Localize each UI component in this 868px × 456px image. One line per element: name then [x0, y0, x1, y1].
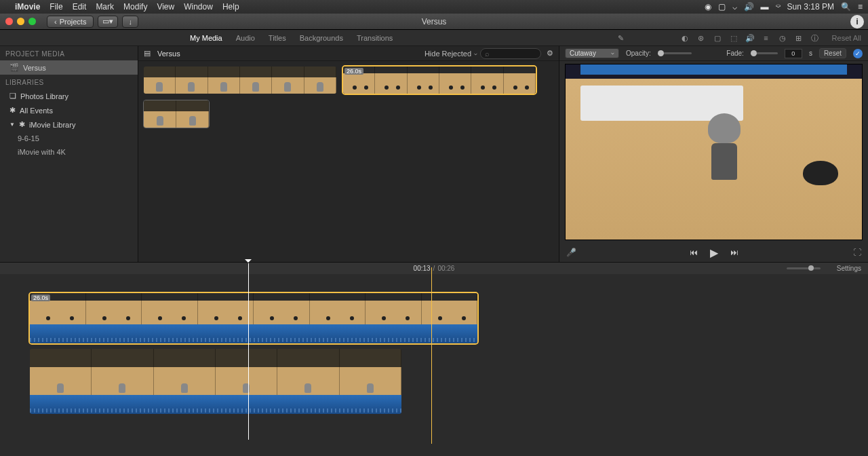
tab-transitions[interactable]: Transitions — [357, 34, 393, 42]
timeline-clip-1[interactable]: 26.0s — [30, 293, 477, 343]
playhead-marker[interactable] — [248, 263, 249, 440]
info-icon[interactable]: ⓘ — [810, 33, 820, 43]
color-correction-icon[interactable]: ⊛ — [696, 34, 706, 43]
libraries-header: LIBRARIES — [0, 75, 138, 89]
overlay-adjust-bar: Cutaway⌵ Opacity: Fade: 0 s Reset ✓ — [559, 46, 868, 61]
sidebar-all-events[interactable]: ✱All Events — [0, 103, 138, 117]
menu-edit[interactable]: Edit — [73, 2, 87, 12]
play-button[interactable]: ▶ — [710, 246, 718, 259]
airplay-icon[interactable]: ▢ — [718, 2, 726, 12]
opacity-label: Opacity: — [626, 50, 651, 57]
tab-backgrounds[interactable]: Backgrounds — [300, 34, 343, 42]
menu-help[interactable]: Help — [222, 2, 239, 12]
fade-label: Fade: — [726, 50, 744, 57]
fade-unit: s — [809, 50, 812, 57]
menu-modify[interactable]: Modify — [123, 2, 147, 12]
media-clip-3[interactable] — [144, 100, 209, 128]
reset-all-button[interactable]: Reset All — [832, 34, 861, 42]
wand-icon[interactable]: ✎ — [616, 34, 626, 43]
menu-mark[interactable]: Mark — [96, 2, 114, 12]
sidebar-photos-library[interactable]: ❏Photos Library — [0, 89, 138, 103]
library-toggle-button[interactable]: ▭▾ — [98, 16, 118, 28]
clock[interactable]: Sun 3:18 PM — [787, 2, 834, 12]
fullscreen-icon[interactable]: ⛶ — [853, 248, 861, 257]
sidebar-imovie-library[interactable]: ▼✱iMovie Library — [0, 117, 138, 132]
app-menu[interactable]: iMovie — [15, 2, 40, 12]
volume-adjust-icon[interactable]: 🔊 — [745, 34, 755, 43]
transport-controls: 🎤 ⏮ ▶ ⏭ ⛶ — [559, 243, 868, 262]
timeline-track-2 — [30, 349, 838, 414]
volume-icon[interactable]: 🔊 — [744, 2, 754, 12]
noise-icon[interactable]: ≡ — [762, 34, 771, 42]
star-icon: ✱ — [9, 106, 16, 115]
notification-icon[interactable]: ≡ — [858, 2, 863, 12]
stop-icon[interactable]: ◉ — [705, 2, 711, 12]
menu-window[interactable]: Window — [184, 2, 213, 12]
apply-check-icon[interactable]: ✓ — [853, 49, 863, 58]
window-toolbar: ‹Projects ▭▾ ↓ Versus i — [0, 14, 868, 30]
time-separator: / — [433, 265, 435, 272]
timeline-track-1: 26.0s — [30, 293, 838, 343]
tab-titles[interactable]: Titles — [269, 34, 286, 42]
media-tabs: My Media Audio Titles Backgrounds Transi… — [0, 30, 868, 46]
timeline-clip-2[interactable] — [30, 349, 401, 414]
clip-duration-badge: 26.0s — [344, 68, 363, 75]
menu-view[interactable]: View — [157, 2, 174, 12]
fade-slider[interactable] — [751, 52, 778, 54]
media-browser: ▤ Versus Hide Rejected ⌵ ⌕ ⚙ 26.0s — [138, 46, 559, 262]
window-title: Versus — [422, 17, 447, 26]
share-button[interactable]: i — [850, 15, 864, 28]
wifi-icon[interactable]: ⌔ — [776, 2, 781, 12]
close-window[interactable] — [5, 18, 13, 25]
viewer-panel: Cutaway⌵ Opacity: Fade: 0 s Reset ✓ 🎤 ⏮ … — [559, 46, 868, 262]
bluetooth-icon[interactable]: ⌵ — [732, 2, 737, 12]
search-input[interactable]: ⌕ — [480, 48, 541, 59]
color-balance-icon[interactable]: ◐ — [680, 34, 690, 43]
prev-button[interactable]: ⏮ — [690, 248, 698, 257]
inspector-toolbar: ✎ ◐ ⊛ ▢ ⬚ 🔊 ≡ ◷ ⊞ ⓘ Reset All — [616, 30, 861, 46]
sidebar-event-9-6-15[interactable]: 9-6-15 — [0, 132, 138, 145]
import-button[interactable]: ↓ — [122, 16, 138, 28]
library-sidebar: PROJECT MEDIA 🎬 Versus LIBRARIES ❏Photos… — [0, 46, 138, 262]
total-time: 00:26 — [437, 265, 454, 272]
minimize-window[interactable] — [17, 18, 24, 25]
menu-file[interactable]: File — [50, 2, 62, 12]
tab-my-media[interactable]: My Media — [190, 34, 222, 42]
spotlight-icon[interactable]: 🔍 — [841, 2, 851, 12]
stabilize-icon[interactable]: ⬚ — [729, 34, 738, 43]
speed-icon[interactable]: ◷ — [778, 34, 787, 43]
settings-gear-icon[interactable]: ⚙ — [547, 49, 553, 58]
fade-value[interactable]: 0 — [785, 49, 802, 58]
playhead-current[interactable] — [431, 267, 432, 444]
photos-icon: ❏ — [9, 92, 16, 100]
tab-audio[interactable]: Audio — [236, 34, 255, 42]
reset-button[interactable]: Reset — [819, 48, 846, 58]
clapper-icon: 🎬 — [9, 63, 19, 72]
video-preview[interactable] — [565, 64, 863, 240]
media-clip-2[interactable]: 26.0s — [343, 66, 536, 94]
browser-title: Versus — [157, 50, 180, 58]
sidebar-event-4k[interactable]: iMovie with 4K — [0, 145, 138, 159]
list-view-icon[interactable]: ▤ — [144, 49, 151, 58]
flag-icon[interactable]: ▬ — [761, 2, 769, 12]
project-media-header: PROJECT MEDIA — [0, 46, 138, 60]
search-icon: ⌕ — [485, 50, 490, 58]
filter-icon[interactable]: ⊞ — [794, 34, 804, 43]
current-time: 00:13 — [414, 265, 431, 272]
overlay-mode-select[interactable]: Cutaway⌵ — [565, 48, 619, 58]
opacity-slider[interactable] — [658, 52, 692, 54]
crop-icon[interactable]: ▢ — [713, 34, 722, 43]
timeline-zoom-slider[interactable] — [787, 267, 821, 269]
settings-button[interactable]: Settings — [837, 265, 861, 272]
maximize-window[interactable] — [28, 18, 36, 25]
library-icon: ✱ — [19, 120, 25, 129]
projects-button[interactable]: ‹Projects — [47, 16, 94, 28]
time-indicator-bar: 00:13 / 00:26 Settings — [0, 262, 868, 274]
hide-rejected-dropdown[interactable]: Hide Rejected — [425, 50, 471, 58]
voiceover-icon[interactable]: 🎤 — [566, 248, 576, 257]
timeline-clip-badge: 26.0s — [31, 294, 50, 301]
timeline[interactable]: 26.0s — [0, 274, 868, 456]
media-clip-1[interactable] — [144, 66, 336, 94]
sidebar-project-versus[interactable]: 🎬 Versus — [0, 60, 138, 75]
next-button[interactable]: ⏭ — [730, 248, 738, 257]
